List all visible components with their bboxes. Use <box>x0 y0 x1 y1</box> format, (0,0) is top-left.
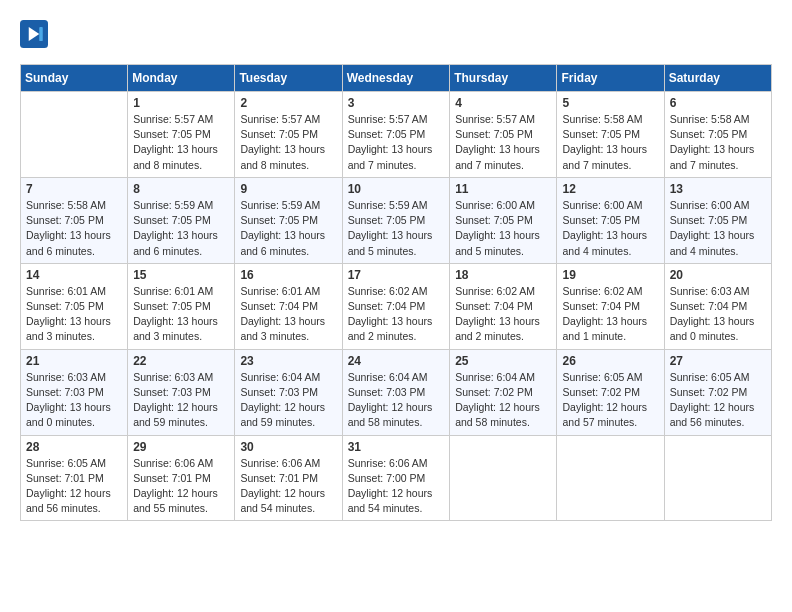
week-row-1: 1Sunrise: 5:57 AM Sunset: 7:05 PM Daylig… <box>21 92 772 178</box>
day-info: Sunrise: 6:00 AM Sunset: 7:05 PM Dayligh… <box>455 198 551 259</box>
day-info: Sunrise: 6:00 AM Sunset: 7:05 PM Dayligh… <box>562 198 658 259</box>
day-info: Sunrise: 6:04 AM Sunset: 7:03 PM Dayligh… <box>348 370 445 431</box>
day-cell: 15Sunrise: 6:01 AM Sunset: 7:05 PM Dayli… <box>128 263 235 349</box>
day-number: 14 <box>26 268 122 282</box>
day-cell: 9Sunrise: 5:59 AM Sunset: 7:05 PM Daylig… <box>235 177 342 263</box>
day-number: 18 <box>455 268 551 282</box>
day-cell <box>450 435 557 521</box>
day-cell: 22Sunrise: 6:03 AM Sunset: 7:03 PM Dayli… <box>128 349 235 435</box>
day-number: 26 <box>562 354 658 368</box>
day-number: 4 <box>455 96 551 110</box>
day-info: Sunrise: 6:05 AM Sunset: 7:02 PM Dayligh… <box>562 370 658 431</box>
day-cell: 24Sunrise: 6:04 AM Sunset: 7:03 PM Dayli… <box>342 349 450 435</box>
day-number: 5 <box>562 96 658 110</box>
day-info: Sunrise: 6:02 AM Sunset: 7:04 PM Dayligh… <box>455 284 551 345</box>
day-cell: 31Sunrise: 6:06 AM Sunset: 7:00 PM Dayli… <box>342 435 450 521</box>
day-header-monday: Monday <box>128 65 235 92</box>
day-info: Sunrise: 6:03 AM Sunset: 7:04 PM Dayligh… <box>670 284 766 345</box>
day-info: Sunrise: 6:06 AM Sunset: 7:01 PM Dayligh… <box>240 456 336 517</box>
day-cell: 21Sunrise: 6:03 AM Sunset: 7:03 PM Dayli… <box>21 349 128 435</box>
day-header-sunday: Sunday <box>21 65 128 92</box>
logo <box>20 20 52 48</box>
day-info: Sunrise: 6:04 AM Sunset: 7:03 PM Dayligh… <box>240 370 336 431</box>
day-cell: 13Sunrise: 6:00 AM Sunset: 7:05 PM Dayli… <box>664 177 771 263</box>
day-cell: 16Sunrise: 6:01 AM Sunset: 7:04 PM Dayli… <box>235 263 342 349</box>
day-cell: 17Sunrise: 6:02 AM Sunset: 7:04 PM Dayli… <box>342 263 450 349</box>
day-cell: 20Sunrise: 6:03 AM Sunset: 7:04 PM Dayli… <box>664 263 771 349</box>
header-row: SundayMondayTuesdayWednesdayThursdayFrid… <box>21 65 772 92</box>
day-info: Sunrise: 6:03 AM Sunset: 7:03 PM Dayligh… <box>26 370 122 431</box>
day-info: Sunrise: 5:57 AM Sunset: 7:05 PM Dayligh… <box>455 112 551 173</box>
day-cell: 10Sunrise: 5:59 AM Sunset: 7:05 PM Dayli… <box>342 177 450 263</box>
day-cell <box>557 435 664 521</box>
day-cell: 11Sunrise: 6:00 AM Sunset: 7:05 PM Dayli… <box>450 177 557 263</box>
day-cell: 1Sunrise: 5:57 AM Sunset: 7:05 PM Daylig… <box>128 92 235 178</box>
day-number: 28 <box>26 440 122 454</box>
day-cell: 19Sunrise: 6:02 AM Sunset: 7:04 PM Dayli… <box>557 263 664 349</box>
day-header-saturday: Saturday <box>664 65 771 92</box>
day-cell: 23Sunrise: 6:04 AM Sunset: 7:03 PM Dayli… <box>235 349 342 435</box>
day-number: 29 <box>133 440 229 454</box>
day-cell: 12Sunrise: 6:00 AM Sunset: 7:05 PM Dayli… <box>557 177 664 263</box>
day-number: 7 <box>26 182 122 196</box>
day-cell: 8Sunrise: 5:59 AM Sunset: 7:05 PM Daylig… <box>128 177 235 263</box>
page-header <box>20 20 772 48</box>
day-cell: 28Sunrise: 6:05 AM Sunset: 7:01 PM Dayli… <box>21 435 128 521</box>
day-cell: 2Sunrise: 5:57 AM Sunset: 7:05 PM Daylig… <box>235 92 342 178</box>
day-number: 11 <box>455 182 551 196</box>
day-info: Sunrise: 5:57 AM Sunset: 7:05 PM Dayligh… <box>240 112 336 173</box>
day-header-friday: Friday <box>557 65 664 92</box>
day-info: Sunrise: 5:59 AM Sunset: 7:05 PM Dayligh… <box>348 198 445 259</box>
week-row-4: 21Sunrise: 6:03 AM Sunset: 7:03 PM Dayli… <box>21 349 772 435</box>
svg-rect-2 <box>39 27 43 41</box>
week-row-3: 14Sunrise: 6:01 AM Sunset: 7:05 PM Dayli… <box>21 263 772 349</box>
day-cell: 27Sunrise: 6:05 AM Sunset: 7:02 PM Dayli… <box>664 349 771 435</box>
day-number: 31 <box>348 440 445 454</box>
day-info: Sunrise: 5:59 AM Sunset: 7:05 PM Dayligh… <box>133 198 229 259</box>
day-header-tuesday: Tuesday <box>235 65 342 92</box>
day-number: 17 <box>348 268 445 282</box>
day-header-thursday: Thursday <box>450 65 557 92</box>
day-info: Sunrise: 6:01 AM Sunset: 7:05 PM Dayligh… <box>26 284 122 345</box>
day-info: Sunrise: 6:00 AM Sunset: 7:05 PM Dayligh… <box>670 198 766 259</box>
day-info: Sunrise: 6:06 AM Sunset: 7:01 PM Dayligh… <box>133 456 229 517</box>
week-row-5: 28Sunrise: 6:05 AM Sunset: 7:01 PM Dayli… <box>21 435 772 521</box>
day-cell: 3Sunrise: 5:57 AM Sunset: 7:05 PM Daylig… <box>342 92 450 178</box>
calendar-table: SundayMondayTuesdayWednesdayThursdayFrid… <box>20 64 772 521</box>
day-info: Sunrise: 6:02 AM Sunset: 7:04 PM Dayligh… <box>348 284 445 345</box>
day-cell: 29Sunrise: 6:06 AM Sunset: 7:01 PM Dayli… <box>128 435 235 521</box>
day-info: Sunrise: 5:59 AM Sunset: 7:05 PM Dayligh… <box>240 198 336 259</box>
day-number: 24 <box>348 354 445 368</box>
week-row-2: 7Sunrise: 5:58 AM Sunset: 7:05 PM Daylig… <box>21 177 772 263</box>
day-info: Sunrise: 6:05 AM Sunset: 7:01 PM Dayligh… <box>26 456 122 517</box>
day-info: Sunrise: 5:58 AM Sunset: 7:05 PM Dayligh… <box>670 112 766 173</box>
day-cell: 6Sunrise: 5:58 AM Sunset: 7:05 PM Daylig… <box>664 92 771 178</box>
day-cell <box>664 435 771 521</box>
day-info: Sunrise: 5:57 AM Sunset: 7:05 PM Dayligh… <box>133 112 229 173</box>
day-number: 22 <box>133 354 229 368</box>
day-number: 27 <box>670 354 766 368</box>
day-number: 12 <box>562 182 658 196</box>
day-cell: 30Sunrise: 6:06 AM Sunset: 7:01 PM Dayli… <box>235 435 342 521</box>
day-cell: 26Sunrise: 6:05 AM Sunset: 7:02 PM Dayli… <box>557 349 664 435</box>
day-number: 21 <box>26 354 122 368</box>
day-info: Sunrise: 6:03 AM Sunset: 7:03 PM Dayligh… <box>133 370 229 431</box>
day-number: 9 <box>240 182 336 196</box>
day-info: Sunrise: 6:01 AM Sunset: 7:05 PM Dayligh… <box>133 284 229 345</box>
day-number: 30 <box>240 440 336 454</box>
day-cell: 4Sunrise: 5:57 AM Sunset: 7:05 PM Daylig… <box>450 92 557 178</box>
day-number: 8 <box>133 182 229 196</box>
day-header-wednesday: Wednesday <box>342 65 450 92</box>
day-info: Sunrise: 6:01 AM Sunset: 7:04 PM Dayligh… <box>240 284 336 345</box>
day-cell: 5Sunrise: 5:58 AM Sunset: 7:05 PM Daylig… <box>557 92 664 178</box>
day-number: 25 <box>455 354 551 368</box>
day-cell: 18Sunrise: 6:02 AM Sunset: 7:04 PM Dayli… <box>450 263 557 349</box>
day-cell <box>21 92 128 178</box>
day-info: Sunrise: 5:58 AM Sunset: 7:05 PM Dayligh… <box>562 112 658 173</box>
day-info: Sunrise: 6:05 AM Sunset: 7:02 PM Dayligh… <box>670 370 766 431</box>
day-number: 10 <box>348 182 445 196</box>
day-info: Sunrise: 6:02 AM Sunset: 7:04 PM Dayligh… <box>562 284 658 345</box>
logo-icon <box>20 20 48 48</box>
day-cell: 7Sunrise: 5:58 AM Sunset: 7:05 PM Daylig… <box>21 177 128 263</box>
day-number: 16 <box>240 268 336 282</box>
